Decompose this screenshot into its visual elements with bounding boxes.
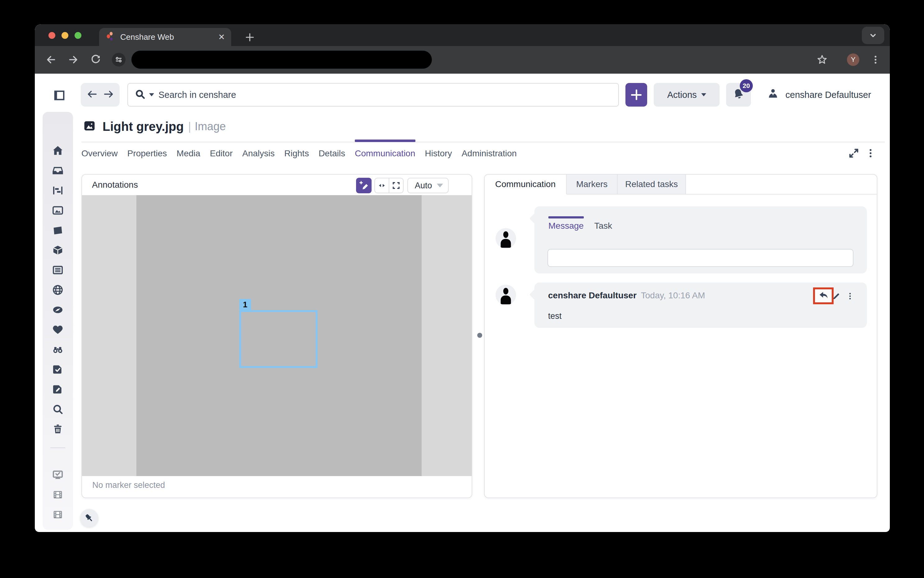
film-icon[interactable]	[52, 508, 64, 521]
trash-icon[interactable]	[52, 423, 64, 435]
fit-width-button[interactable]	[375, 179, 389, 193]
tab-properties[interactable]: Properties	[127, 148, 167, 159]
app-nav-group	[81, 83, 120, 107]
tab-media[interactable]: Media	[177, 148, 200, 159]
message-author: censhare Defaultuser	[548, 291, 637, 300]
tab-markers[interactable]: Markers	[567, 175, 618, 195]
browser-reload-icon[interactable]	[89, 53, 102, 67]
page-title: Light grey.jpg	[102, 120, 184, 134]
edit-note-icon[interactable]	[52, 383, 64, 396]
module-cube-icon[interactable]	[52, 244, 64, 257]
tab-details[interactable]: Details	[318, 148, 345, 159]
articles-icon[interactable]	[52, 264, 64, 276]
user-name: censhare Defaultuser	[785, 90, 871, 100]
search-input[interactable]	[159, 90, 612, 100]
actions-caret-icon	[701, 93, 706, 96]
home-icon[interactable]	[52, 144, 64, 157]
minimize-window-button[interactable]	[62, 32, 68, 39]
tab-analysis[interactable]: Analysis	[242, 148, 275, 159]
tab-communication-panel[interactable]: Communication	[485, 175, 567, 195]
navigator-compass-icon[interactable]	[52, 304, 64, 316]
page-menu-icon[interactable]	[864, 146, 877, 160]
add-annotation-button[interactable]	[356, 178, 371, 193]
annotation-marker-rect[interactable]	[239, 310, 318, 368]
bookmark-star-icon[interactable]	[815, 53, 829, 67]
new-tab-button[interactable]	[242, 30, 257, 45]
reply-icon[interactable]	[818, 290, 828, 302]
search-assets-icon[interactable]	[52, 403, 64, 416]
annotation-viewport[interactable]: 1	[82, 195, 472, 476]
inbox-icon[interactable]	[52, 164, 64, 177]
tab-editor[interactable]: Editor	[210, 148, 233, 159]
notifications-button[interactable]: 20	[726, 83, 751, 107]
message-input[interactable]	[548, 249, 853, 267]
browser-back-icon[interactable]	[44, 53, 58, 67]
side-panel-tabs: Communication Markers Related tasks	[485, 175, 877, 195]
search-scope-caret-icon[interactable]	[149, 93, 154, 96]
favorites-heart-icon[interactable]	[52, 323, 64, 336]
site-settings-icon[interactable]	[112, 53, 125, 67]
message-avatar	[496, 285, 516, 305]
fullscreen-button[interactable]	[389, 179, 403, 193]
traffic-lights	[49, 32, 81, 39]
planning-icon[interactable]	[52, 184, 64, 197]
app-back-icon[interactable]	[86, 88, 98, 102]
tasks-icon[interactable]	[52, 363, 64, 376]
edit-message-icon[interactable]	[830, 290, 843, 302]
app-forward-icon[interactable]	[102, 88, 115, 102]
annotation-marker-label[interactable]: 1	[239, 299, 251, 310]
composer-avatar	[496, 228, 516, 248]
panel-toggle-icon[interactable]	[53, 89, 66, 103]
message-menu-icon[interactable]	[844, 290, 856, 302]
actions-label: Actions	[667, 90, 697, 100]
message-header: censhare Defaultuser Today, 10:16 AM	[548, 291, 705, 300]
panel-resize-handle[interactable]	[477, 333, 482, 338]
app-sidebar	[42, 112, 73, 530]
discover-binoculars-icon[interactable]	[52, 343, 64, 356]
censhare-search-bar	[127, 83, 619, 107]
actions-button[interactable]: Actions	[654, 83, 720, 107]
fit-controls	[374, 178, 404, 193]
film-icon[interactable]	[52, 489, 64, 501]
composer-tab-message[interactable]: Message	[548, 221, 584, 231]
title-separator: |	[188, 120, 191, 133]
expand-view-icon[interactable]	[847, 146, 861, 160]
browser-forward-icon[interactable]	[66, 53, 80, 67]
user-icon	[766, 87, 780, 102]
annotations-title: Annotations	[92, 180, 138, 190]
address-bar-redacted[interactable]	[131, 51, 432, 69]
communication-panel: Communication Markers Related tasks Mess…	[484, 174, 877, 498]
browser-tab-title: Censhare Web	[120, 32, 218, 42]
pin-button[interactable]	[80, 509, 98, 527]
browser-tabstrip: Censhare Web ✕	[35, 24, 890, 46]
images-icon[interactable]	[52, 204, 64, 217]
user-menu[interactable]: censhare Defaultuser	[766, 83, 871, 107]
browser-toolbar: Y	[35, 46, 890, 74]
tab-search-button[interactable]	[862, 27, 884, 44]
create-asset-button[interactable]	[626, 83, 647, 107]
composer-tabs: Message Task	[548, 221, 612, 231]
browser-profile-avatar[interactable]: Y	[847, 54, 859, 66]
tab-close-icon[interactable]: ✕	[218, 33, 225, 41]
tab-administration[interactable]: Administration	[462, 148, 517, 159]
tab-overview[interactable]: Overview	[81, 148, 118, 159]
tab-communication[interactable]: Communication	[355, 148, 415, 159]
asset-tab-bar: Overview Properties Media Editor Analysi…	[81, 148, 517, 159]
annotations-header: Annotations Auto	[82, 175, 472, 195]
tab-rights[interactable]: Rights	[284, 148, 309, 159]
browser-tab[interactable]: Censhare Web ✕	[99, 28, 231, 46]
zoom-window-button[interactable]	[75, 32, 81, 39]
pages-icon[interactable]	[52, 224, 64, 237]
message-body: test	[548, 312, 562, 321]
tab-history[interactable]: History	[425, 148, 452, 159]
web-globe-icon[interactable]	[52, 284, 64, 296]
message-composer: Message Task	[534, 206, 867, 273]
notification-badge: 20	[740, 79, 753, 92]
tab-related-tasks[interactable]: Related tasks	[618, 175, 686, 195]
browser-menu-icon[interactable]	[869, 53, 882, 67]
zoom-mode-select[interactable]: Auto	[407, 178, 449, 193]
sidebar-divider	[50, 448, 65, 448]
approvals-icon[interactable]	[52, 469, 64, 481]
close-window-button[interactable]	[49, 32, 55, 39]
composer-tab-task[interactable]: Task	[594, 221, 613, 231]
